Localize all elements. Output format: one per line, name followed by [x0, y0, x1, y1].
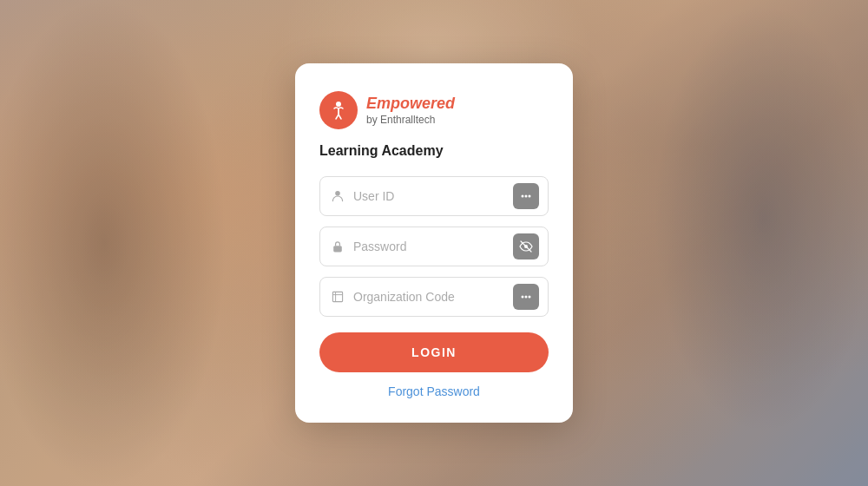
logo-icon — [319, 91, 358, 129]
svg-point-1 — [335, 191, 340, 196]
logo-row: Empowered by Enthralltech — [319, 91, 549, 129]
userid-action-button[interactable] — [513, 183, 539, 209]
card-title: Learning Academy — [319, 143, 549, 159]
svg-point-2 — [522, 195, 524, 198]
svg-point-0 — [336, 102, 341, 107]
svg-point-3 — [525, 195, 528, 198]
org-icon — [329, 288, 346, 305]
logo-text: Empowered by Enthralltech — [366, 95, 455, 126]
svg-point-12 — [525, 296, 528, 299]
org-code-action-button[interactable] — [513, 284, 539, 310]
forgot-password-link[interactable]: Forgot Password — [319, 384, 549, 398]
password-action-button[interactable] — [513, 233, 539, 259]
org-code-field-row — [319, 277, 549, 317]
svg-point-11 — [522, 296, 524, 299]
userid-input[interactable] — [353, 189, 513, 203]
lock-icon — [329, 238, 346, 255]
user-icon — [329, 187, 346, 205]
svg-rect-5 — [333, 246, 342, 252]
svg-rect-8 — [332, 292, 342, 301]
logo-figure-svg — [327, 99, 350, 122]
logo-sub: by Enthralltech — [366, 114, 455, 126]
svg-point-13 — [529, 296, 531, 299]
password-input[interactable] — [353, 240, 513, 253]
userid-field-row — [319, 176, 549, 216]
svg-point-4 — [529, 195, 531, 198]
logo-brand: Empowered — [366, 95, 455, 114]
login-button[interactable]: LOGIN — [319, 332, 549, 372]
password-field-row — [319, 227, 549, 266]
org-code-input[interactable] — [353, 290, 513, 304]
login-card: Empowered by Enthralltech Learning Acade… — [295, 63, 573, 423]
